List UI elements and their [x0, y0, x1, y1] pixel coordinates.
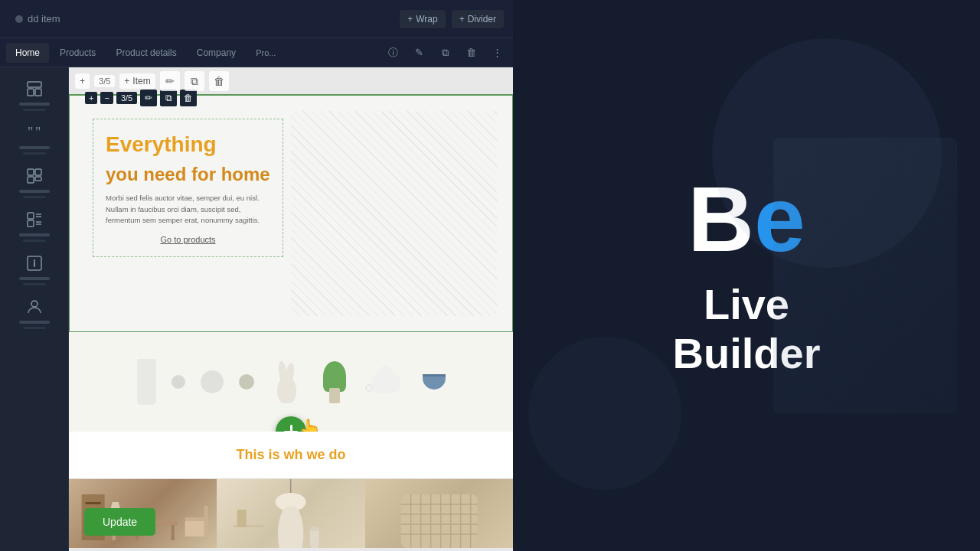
gallery-item-3 — [365, 479, 513, 548]
product-teapot — [365, 365, 407, 399]
svg-rect-5 — [28, 169, 34, 175]
add-item-toolbar-btn[interactable]: + — [75, 73, 90, 89]
product-rabbit — [270, 361, 304, 403]
svg-rect-0 — [28, 82, 41, 87]
brand-title-live: Live — [704, 280, 789, 328]
svg-rect-35 — [310, 529, 319, 548]
wrap-plus-icon: + — [407, 14, 413, 24]
item-counter: 3/5 — [94, 75, 115, 87]
tab-company[interactable]: Company — [188, 43, 245, 63]
pencil-item-icon[interactable]: ✏ — [160, 71, 180, 91]
hero-cta-link[interactable]: Go to products — [106, 235, 270, 244]
sidebar-item-quote[interactable]: " " — [5, 117, 64, 158]
tab-product-details[interactable]: Product details — [106, 43, 185, 63]
grid-icon — [25, 167, 44, 185]
wrap-button[interactable]: + Wrap — [400, 10, 445, 28]
list-icon — [25, 210, 44, 229]
sidebar-item-info[interactable] — [5, 248, 64, 289]
be-logo: B e — [688, 173, 805, 265]
hero-body: Morbi sed felis auctor vitae, semper dui… — [106, 193, 270, 226]
product-ball-xs — [239, 374, 254, 390]
sidebar-item-layout[interactable] — [5, 73, 64, 114]
sidebar-icon-line — [19, 277, 50, 280]
hero-title-line1: Everything — [106, 132, 270, 158]
sidebar-icon-line — [19, 233, 50, 236]
svg-rect-30 — [204, 506, 208, 536]
svg-rect-9 — [28, 213, 34, 219]
gallery-item-2 — [217, 479, 364, 548]
basket-svg — [365, 479, 513, 548]
brand-panel: B e Live Builder — [513, 0, 980, 551]
sidebar-icon-line — [19, 321, 50, 324]
hero-left-column: + − 3/5 ✏ ⧉ 🗑 Everything you need for ho… — [85, 111, 291, 316]
product-images — [122, 344, 461, 420]
svg-rect-37 — [400, 494, 477, 548]
pen-icon[interactable]: ✎ — [409, 43, 429, 63]
copy-icon[interactable]: ⧉ — [435, 43, 455, 63]
icon-sidebar: " " — [0, 67, 69, 551]
product-bowl — [423, 374, 446, 390]
tab-more[interactable]: Pro... — [247, 44, 285, 62]
be-logo-e: e — [754, 173, 805, 265]
svg-rect-6 — [35, 169, 41, 175]
canvas-area[interactable]: + 3/5 + Item ✏ ⧉ 🗑 + — [69, 67, 513, 551]
hero-bg-pattern — [291, 111, 497, 316]
item-label-btn[interactable]: + Item — [119, 73, 155, 89]
sidebar-item-list[interactable] — [5, 204, 64, 245]
more-icon[interactable]: ⋮ — [487, 43, 507, 63]
website-canvas: + − 3/5 ✏ ⧉ 🗑 Everything you need for ho… — [69, 95, 513, 548]
product-cylinder — [137, 359, 156, 405]
tab-products[interactable]: Products — [51, 43, 105, 63]
svg-text:": " — [28, 125, 33, 140]
item-toolbar: + 3/5 + Item ✏ ⧉ 🗑 — [69, 67, 513, 95]
sidebar-icon-line-sm — [23, 327, 46, 329]
sidebar-icon-line-sm — [23, 196, 46, 198]
info-icon[interactable]: ⓘ — [383, 43, 403, 63]
brand-title-builder: Builder — [673, 329, 821, 377]
delete-item-icon[interactable]: 🗑 — [209, 71, 229, 91]
copy-item-icon[interactable]: ⧉ — [185, 71, 204, 91]
product-plant — [319, 361, 350, 403]
what-we-do-section: This is wh we do — [69, 432, 513, 478]
sidebar-icon-line-sm — [23, 240, 46, 242]
plus-icon: + — [80, 76, 85, 86]
quote-icon: " " — [25, 123, 44, 142]
divider-button[interactable]: + Divider — [452, 10, 504, 28]
svg-rect-20 — [86, 502, 101, 504]
svg-text:": " — [35, 125, 41, 140]
products-section: 👆 — [69, 332, 513, 432]
brand-title: Live Builder — [673, 280, 821, 379]
svg-point-18 — [31, 301, 38, 307]
bg-circle-2 — [528, 337, 681, 490]
add-item-text: dd item — [28, 13, 60, 24]
main-content: " " — [0, 67, 513, 551]
product-ball-lg — [201, 370, 224, 393]
update-button[interactable]: Update — [84, 508, 155, 536]
sidebar-icon-line — [19, 103, 50, 106]
svg-rect-1 — [28, 89, 34, 96]
sidebar-item-grid[interactable] — [5, 161, 64, 201]
svg-rect-2 — [35, 89, 41, 96]
trash-icon[interactable]: 🗑 — [461, 43, 481, 63]
info-box-icon — [25, 254, 44, 272]
add-item-label: dd item — [9, 10, 67, 28]
plus-item-icon: + — [124, 76, 129, 86]
top-toolbar: dd item + Wrap + Divider — [0, 0, 513, 38]
sidebar-icon-line-sm — [23, 152, 46, 155]
sidebar-item-user[interactable] — [5, 292, 64, 332]
status-dot — [15, 15, 23, 23]
gallery-basket — [365, 479, 513, 548]
lamp-vase-svg — [217, 479, 364, 548]
sidebar-icon-line — [19, 146, 50, 149]
hero-title-line2: you need for home — [106, 164, 270, 186]
svg-rect-8 — [35, 177, 41, 181]
be-logo-b: B — [688, 173, 754, 265]
sidebar-icon-line — [19, 190, 50, 193]
hero-right-column — [291, 111, 497, 316]
divider-plus-icon: + — [459, 14, 465, 24]
what-we-do-title: This is wh we do — [84, 447, 498, 463]
sidebar-icon-line-sm — [23, 283, 46, 285]
tab-home[interactable]: Home — [6, 43, 49, 63]
svg-rect-12 — [28, 220, 34, 227]
svg-rect-32 — [237, 510, 247, 527]
